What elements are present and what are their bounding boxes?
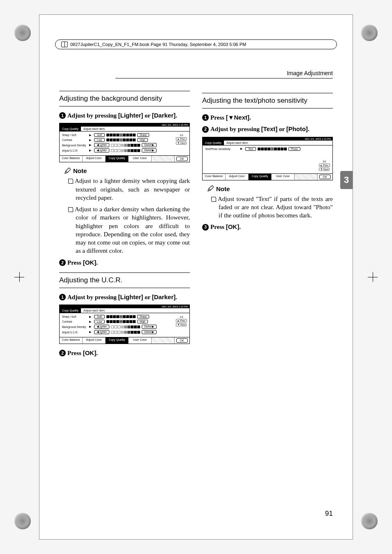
lighter-button[interactable]: ◀Lighter (94, 148, 109, 152)
step-number-icon: 2 (202, 126, 209, 133)
note-header: Note (64, 167, 190, 174)
frame-filename: 0827JupiterC1_Copy_EN_F1_FM.book Page 91… (70, 42, 246, 47)
step-1: 1Adjust by pressing [Lighter] or [Darker… (68, 111, 190, 120)
page: 0827JupiterC1_Copy_EN_F1_FM.book Page 91… (39, 14, 353, 540)
prev-button[interactable]: ▲ Prev. (176, 137, 187, 141)
book-icon (61, 42, 68, 47)
registration-mark (14, 272, 24, 282)
step-number-icon: 1 (59, 112, 66, 119)
note-item: Adjust to a lighter density when copying… (76, 177, 190, 202)
step-1: 1Adjust by pressing [Lighter] or [Darker… (68, 293, 190, 301)
section-heading-text-photo: Adjusting the text/photo sensitivity (202, 93, 333, 108)
page-number: 91 (325, 510, 333, 518)
note-bullet-icon (211, 197, 216, 201)
step-2: 2Adjust by pressing [Text] or [Photo]. (211, 125, 333, 133)
step-2: 2Press [OK]. (68, 259, 190, 267)
pencil-icon (207, 185, 214, 192)
header-rule (115, 78, 333, 78)
darker-button[interactable]: Darker▶ (142, 148, 157, 152)
crop-mark (361, 25, 378, 41)
text-button[interactable]: Text (245, 147, 256, 151)
photo-button[interactable]: Photo (288, 147, 300, 151)
low-button[interactable]: Low (94, 138, 105, 142)
sharp-button[interactable]: Sharp (137, 133, 149, 137)
section-heading-ucr: Adjusting the U.C.R. (59, 272, 190, 288)
screenshot-text-photo: DEC 2/2, 2003 1:15 PM Copy Quality Adjus… (202, 137, 333, 180)
next-button[interactable]: ▼ Next (176, 141, 187, 145)
note-item: Adjust to a darker density when darkenin… (76, 205, 190, 255)
content: Adjusting the background density 1Adjust… (59, 91, 333, 506)
soft-button[interactable]: Soft (94, 133, 105, 137)
step-1: 1Press [▼Next]. (211, 113, 333, 122)
right-column: Adjusting the text/photo sensitivity 1Pr… (202, 91, 333, 506)
step-number-icon: 1 (59, 294, 66, 300)
step-number-icon: 1 (202, 114, 209, 121)
screenshot-copy-quality-1: DEC 2/2, 2003 1:15 PM Copy Quality Adjus… (59, 123, 190, 162)
ss-tab: Copy Quality (60, 127, 81, 131)
screenshot-copy-quality-2: DEC 2/2, 2003 1:15 PM Copy Quality Adjus… (59, 305, 190, 344)
lighter-button[interactable]: ◀Lighter (94, 143, 109, 147)
registration-mark (368, 272, 378, 282)
running-header: Image Adjustment (287, 70, 333, 76)
high-button[interactable]: High (137, 138, 148, 142)
step-2: 2Press [OK]. (68, 349, 190, 357)
note-bullet-icon (68, 179, 73, 183)
step-number-icon: 2 (59, 259, 66, 266)
left-column: Adjusting the background density 1Adjust… (59, 91, 190, 506)
crop-mark (361, 513, 378, 529)
darker-button[interactable]: Darker▶ (142, 143, 157, 147)
pencil-icon (64, 168, 71, 174)
step-3: 3Press [OK]. (211, 223, 333, 231)
section-heading-bg-density: Adjusting the background density (59, 91, 190, 106)
step-number-icon: 2 (59, 350, 66, 356)
chapter-tab: 3 (340, 171, 353, 189)
crop-mark (14, 25, 31, 41)
note-bullet-icon (68, 207, 73, 212)
note-header: Note (207, 185, 333, 192)
step-number-icon: 3 (202, 224, 209, 231)
ok-button[interactable]: OK (176, 157, 188, 161)
note-item: Adjust toward "Text" if parts of the tex… (219, 195, 333, 220)
crop-mark (14, 513, 31, 529)
frame-header: 0827JupiterC1_Copy_EN_F1_FM.book Page 91… (55, 39, 337, 49)
